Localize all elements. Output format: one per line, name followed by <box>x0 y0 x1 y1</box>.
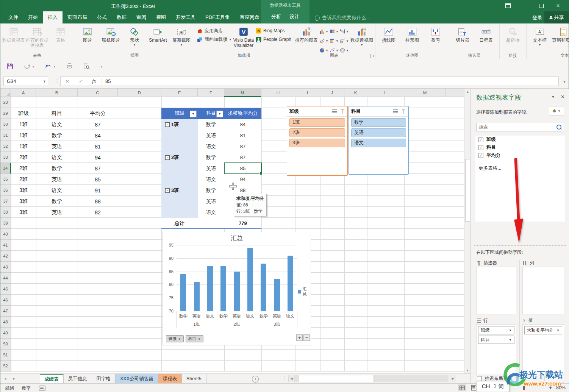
minimize-button[interactable] <box>516 0 533 11</box>
insert-function-icon[interactable]: fx <box>92 78 96 84</box>
source-cell[interactable]: 英语 <box>36 141 78 152</box>
sheet-tab-成绩表[interactable]: 成绩表 <box>40 374 64 384</box>
tab-百度网盘[interactable]: 百度网盘 <box>235 11 264 23</box>
source-cell[interactable]: 81 <box>78 141 118 152</box>
row-header-31[interactable]: 31 <box>0 130 11 141</box>
qat-save-button[interactable] <box>6 62 14 71</box>
row-header-49[interactable]: 49 <box>0 328 11 339</box>
search-input[interactable]: 搜索 <box>476 123 564 131</box>
column-header-H[interactable]: H <box>261 89 295 97</box>
fill-handle[interactable] <box>259 172 263 175</box>
chevron-down-icon[interactable]: ▼ <box>509 338 512 342</box>
pivot-rowlabel-cell[interactable] <box>161 196 198 207</box>
tab-数据[interactable]: 数据 <box>112 11 131 23</box>
row-header-50[interactable]: 50 <box>0 339 11 350</box>
source-cell[interactable]: 1班 <box>11 141 36 152</box>
pivot-header-cell[interactable]: 班级▼ <box>161 108 198 119</box>
multi-select-icon[interactable] <box>332 109 337 114</box>
source-cell[interactable]: 英语 <box>36 174 78 185</box>
expand-formula-bar-icon[interactable]: ▼ <box>563 80 566 84</box>
ribbon-联机图片-button[interactable]: 联机图片 <box>99 25 123 43</box>
row-header-36[interactable]: 36 <box>0 185 11 196</box>
column-header-B[interactable]: B <box>36 89 78 97</box>
vertical-scroll-thumb[interactable] <box>465 159 470 222</box>
collapse-group-icon[interactable]: − <box>165 188 170 193</box>
slicer-item-1班[interactable]: 1班 <box>289 118 345 127</box>
source-cell[interactable]: 2班 <box>11 174 36 185</box>
normal-view-button[interactable] <box>458 384 466 391</box>
ribbon-我的加载项-button[interactable]: 我的加载项▼ <box>197 36 232 43</box>
worksheet-grid[interactable]: ABCDEFGHIJKLM282930313233343536373839404… <box>0 89 464 373</box>
source-cell[interactable]: 1班 <box>11 119 36 130</box>
values-area-box[interactable]: 求和项:平均分▼ <box>522 324 564 375</box>
dialog-launcher-icon[interactable] <box>370 54 374 58</box>
ribbon-chart-col-button[interactable]: ▼ <box>319 27 329 36</box>
tab-插入[interactable]: 插入 <box>43 11 63 23</box>
maximize-button[interactable] <box>533 0 550 11</box>
chevron-down-icon[interactable]: ▼ <box>43 80 46 83</box>
tab-视图[interactable]: 视图 <box>151 11 171 23</box>
pivot-chart[interactable]: 汇总707580859095数学英语语文数学英语语文数学英语语文1班2班3班汇总… <box>163 232 311 345</box>
collapse-group-icon[interactable]: − <box>165 155 170 160</box>
rows-field-pill-班级[interactable]: 班级▼ <box>478 326 514 334</box>
row-header-45[interactable]: 45 <box>0 284 11 295</box>
chevron-down-icon[interactable]: ▼ <box>509 329 512 332</box>
horizontal-scroll-thumb[interactable] <box>298 375 374 382</box>
close-button[interactable]: ✕ <box>550 0 566 11</box>
pivot-rowlabel-cell[interactable]: −3班 <box>161 185 198 196</box>
selected-cell-outline[interactable] <box>224 162 262 174</box>
pivot-subject-cell[interactable]: 英语 <box>198 163 224 174</box>
slicer-item-数学[interactable]: 数学 <box>351 118 406 127</box>
ribbon-chart-bar-button[interactable]: ▼ <box>329 36 339 45</box>
ribbon-chart-combo-button[interactable]: ▼ <box>339 36 349 45</box>
slicer-班级[interactable]: 班级1班2班3班 <box>287 106 348 176</box>
cancel-entry-icon[interactable]: ✕ <box>66 79 69 84</box>
ribbon-应用商店-button[interactable]: 应用商店 <box>197 27 232 34</box>
pivot-rowlabel-cell[interactable] <box>161 174 198 185</box>
pane-close-icon[interactable]: ✕ <box>561 94 565 100</box>
scroll-down-icon[interactable]: ▼ <box>465 367 471 373</box>
source-cell[interactable]: 88 <box>78 196 118 207</box>
row-header-43[interactable]: 43 <box>0 262 11 273</box>
vertical-scrollbar[interactable]: ▲ ▼ <box>464 89 471 373</box>
source-cell[interactable]: 94 <box>78 152 118 163</box>
pivot-total-value[interactable]: 779 <box>224 218 261 229</box>
tab-页面布局[interactable]: 页面布局 <box>63 11 92 23</box>
column-header-K[interactable]: K <box>344 89 367 97</box>
tab-开始[interactable]: 开始 <box>23 11 43 23</box>
slicer-item-3班[interactable]: 3班 <box>289 139 345 147</box>
grid-corner[interactable] <box>0 89 11 97</box>
ribbon-页眉和页脚-button[interactable]: 页眉和页脚 <box>552 25 569 43</box>
column-header-D[interactable]: D <box>118 89 161 97</box>
tab-PDF工具集[interactable]: PDF工具集 <box>200 11 235 23</box>
qat-undo-button[interactable]: ▼ <box>45 62 56 71</box>
ribbon-日程表-button[interactable]: 日程表 <box>474 25 498 43</box>
row-header-44[interactable]: 44 <box>0 273 11 284</box>
pivot-subject-cell[interactable]: 语文 <box>198 174 224 185</box>
ribbon-切片器-button[interactable]: 切片器 <box>451 25 474 43</box>
row-header-40[interactable]: 40 <box>0 229 11 240</box>
chart-expand-button[interactable]: + <box>296 334 303 341</box>
zoom-slider-thumb[interactable] <box>523 386 525 390</box>
tab-分析[interactable]: 分析 <box>268 12 284 22</box>
sheet-tab-课程表[interactable]: 课程表 <box>158 374 182 384</box>
source-cell[interactable]: 数学 <box>36 163 78 174</box>
source-cell[interactable]: 87 <box>78 163 118 174</box>
ribbon-chart-line-button[interactable]: ▼ <box>319 36 329 45</box>
qat-document-search-button[interactable] <box>83 62 90 71</box>
sheet-tab-田字格[interactable]: 田字格 <box>92 374 116 384</box>
pivot-subject-cell[interactable]: 语文 <box>198 141 224 152</box>
pivot-total-label[interactable]: 总计 <box>161 218 198 229</box>
ribbon-屏幕截图-button[interactable]: 屏幕截图▼ <box>170 25 193 47</box>
pivot-subject-cell[interactable]: 数学 <box>198 119 224 130</box>
row-header-35[interactable]: 35 <box>0 174 11 185</box>
pivot-value-cell[interactable]: 87 <box>224 152 261 163</box>
slicer-item-英语[interactable]: 英语 <box>351 128 406 137</box>
sheet-tab-XXX公司销售额[interactable]: XXX公司销售额 <box>116 374 158 384</box>
tools-gear-button[interactable]: ✱▼ <box>549 106 564 116</box>
pivot-total-cell[interactable] <box>198 218 224 229</box>
tab-文件[interactable]: 文件 <box>3 11 23 23</box>
source-cell[interactable]: 语文 <box>36 119 78 130</box>
pivot-rowlabel-cell[interactable] <box>161 130 198 141</box>
slicer-科目[interactable]: 科目数学英语语文 <box>349 106 409 175</box>
